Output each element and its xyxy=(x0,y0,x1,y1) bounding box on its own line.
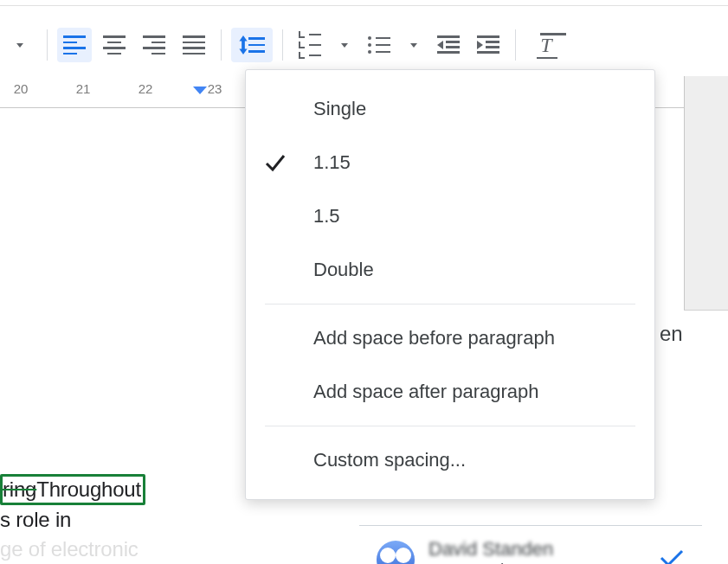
chevron-down-icon xyxy=(341,43,348,48)
bulleted-list-icon xyxy=(368,36,390,54)
decrease-indent-icon xyxy=(437,35,460,54)
numbered-list-dropdown[interactable] xyxy=(332,28,357,62)
doc-text-fragment: s role in xyxy=(0,508,71,531)
increase-indent-button[interactable] xyxy=(471,28,506,62)
cropped-text: en xyxy=(660,322,683,346)
toolbar-divider xyxy=(0,5,728,6)
menu-item-1-5[interactable]: 1.5 xyxy=(246,189,654,243)
line-spacing-icon xyxy=(239,35,265,54)
numbered-list-button[interactable] xyxy=(293,28,327,62)
bulleted-list-button[interactable] xyxy=(362,28,396,62)
ruler-tick: 22 xyxy=(139,81,153,96)
menu-item-add-space-after[interactable]: Add space after paragraph xyxy=(246,365,654,419)
comment-thread[interactable]: David Standen 11:39 Today xyxy=(359,525,702,564)
toolbar: T xyxy=(0,22,570,67)
more-toolbar-dropdown[interactable] xyxy=(3,28,37,62)
menu-separator xyxy=(265,426,635,426)
line-spacing-button[interactable] xyxy=(231,28,273,62)
comment-author: David Standen xyxy=(428,538,553,561)
increase-indent-icon xyxy=(477,35,499,54)
menu-separator xyxy=(265,304,635,304)
ruler-tick: 23 xyxy=(208,81,222,96)
resolve-button[interactable] xyxy=(659,549,685,565)
align-left-button[interactable] xyxy=(57,28,92,62)
line-spacing-menu: Single 1.15 1.5 Double Add space before … xyxy=(245,69,655,500)
suggestion-highlight[interactable]: ringThroughout xyxy=(0,474,145,505)
chevron-down-icon xyxy=(16,43,23,48)
align-left-icon xyxy=(63,35,86,54)
menu-item-single[interactable]: Single xyxy=(246,82,654,136)
align-right-icon xyxy=(143,35,165,54)
align-center-button[interactable] xyxy=(97,28,132,62)
separator xyxy=(47,29,48,61)
doc-text-fragment: ge of electronic xyxy=(0,537,139,561)
svg-marker-0 xyxy=(239,35,247,54)
clear-formatting-button[interactable]: T xyxy=(525,28,567,62)
align-justify-icon xyxy=(183,35,205,54)
ruler-tick: 21 xyxy=(76,81,91,96)
ruler-tick: 20 xyxy=(14,81,29,96)
clear-formatting-icon: T xyxy=(540,34,551,57)
decrease-indent-button[interactable] xyxy=(431,28,466,62)
menu-item-add-space-before[interactable]: Add space before paragraph xyxy=(246,311,654,365)
menu-item-1-15[interactable]: 1.15 xyxy=(246,136,654,189)
chevron-down-icon xyxy=(410,43,417,48)
menu-item-custom-spacing[interactable]: Custom spacing... xyxy=(246,433,654,487)
menu-item-double[interactable]: Double xyxy=(246,243,654,297)
align-center-icon xyxy=(103,35,126,54)
numbered-list-icon xyxy=(299,31,321,59)
page-gutter xyxy=(684,76,728,311)
check-icon xyxy=(263,151,287,175)
separator xyxy=(515,29,516,61)
comment-time: 11:39 Today xyxy=(428,561,553,564)
document-body[interactable]: ringThroughout s role in ge of electroni… xyxy=(0,474,145,564)
align-right-button[interactable] xyxy=(137,28,171,62)
separator xyxy=(221,29,222,61)
bulleted-list-dropdown[interactable] xyxy=(402,28,426,62)
right-indent-marker[interactable] xyxy=(193,87,207,94)
avatar xyxy=(377,541,415,565)
separator xyxy=(282,29,283,61)
align-justify-button[interactable] xyxy=(177,28,211,62)
